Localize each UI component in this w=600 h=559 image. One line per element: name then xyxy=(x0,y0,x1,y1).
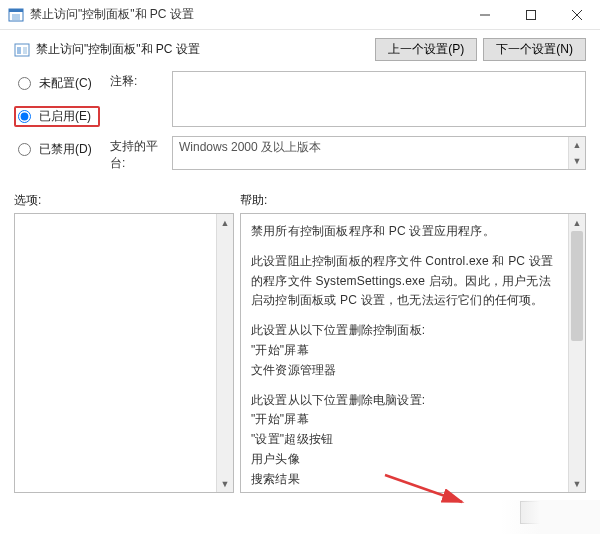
policy-header: 禁止访问"控制面板"和 PC 设置 上一个设置(P) 下一个设置(N) xyxy=(14,38,586,61)
radio-disabled[interactable]: 已禁用(D) xyxy=(14,139,100,160)
radio-disabled-input[interactable] xyxy=(18,143,31,156)
help-pane: 禁用所有控制面板程序和 PC 设置应用程序。 此设置阻止控制面板的程序文件 Co… xyxy=(240,213,586,493)
chevron-up-icon[interactable]: ▲ xyxy=(217,214,233,231)
chevron-up-icon[interactable]: ▲ xyxy=(569,214,585,231)
comment-label: 注释: xyxy=(110,71,172,90)
minimize-button[interactable] xyxy=(462,0,508,30)
svg-rect-4 xyxy=(17,47,21,54)
radio-enabled-label: 已启用(E) xyxy=(39,108,91,125)
chevron-down-icon[interactable]: ▼ xyxy=(569,475,585,492)
svg-rect-5 xyxy=(23,47,27,54)
radio-disabled-label: 已禁用(D) xyxy=(39,141,92,158)
svg-rect-1 xyxy=(9,9,23,12)
footer: 确定 xyxy=(0,493,600,534)
close-button[interactable] xyxy=(554,0,600,30)
help-scrollbar[interactable]: ▲ ▼ xyxy=(568,214,585,492)
policy-title: 禁止访问"控制面板"和 PC 设置 xyxy=(36,41,375,58)
blur-overlay xyxy=(500,500,600,534)
titlebar: 禁止访问"控制面板"和 PC 设置 xyxy=(0,0,600,30)
options-pane: ▲ ▼ xyxy=(14,213,234,493)
radio-enabled-input[interactable] xyxy=(18,110,31,123)
help-text: 禁用所有控制面板程序和 PC 设置应用程序。 此设置阻止控制面板的程序文件 Co… xyxy=(241,214,568,492)
radio-not-configured-input[interactable] xyxy=(18,77,31,90)
chevron-up-icon[interactable]: ▲ xyxy=(569,137,585,153)
options-scrollbar[interactable]: ▲ ▼ xyxy=(216,214,233,492)
comment-textarea[interactable] xyxy=(172,71,586,127)
supported-on-label: 支持的平台: xyxy=(110,136,172,172)
svg-rect-2 xyxy=(527,10,536,19)
scroll-thumb[interactable] xyxy=(571,231,583,341)
radio-not-configured-label: 未配置(C) xyxy=(39,75,92,92)
radio-enabled[interactable]: 已启用(E) xyxy=(14,106,100,127)
maximize-button[interactable] xyxy=(508,0,554,30)
app-icon xyxy=(8,7,24,23)
chevron-down-icon[interactable]: ▼ xyxy=(217,475,233,492)
chevron-down-icon[interactable]: ▼ xyxy=(569,153,585,169)
state-radio-group: 未配置(C) 已启用(E) 已禁用(D) xyxy=(14,71,100,178)
previous-setting-button[interactable]: 上一个设置(P) xyxy=(375,38,477,61)
window-title: 禁止访问"控制面板"和 PC 设置 xyxy=(30,6,462,23)
next-setting-button[interactable]: 下一个设置(N) xyxy=(483,38,586,61)
policy-icon xyxy=(14,42,30,58)
supported-on-box: Windows 2000 及以上版本 ▲ ▼ xyxy=(172,136,586,170)
supported-on-text: Windows 2000 及以上版本 xyxy=(173,137,568,169)
options-label: 选项: xyxy=(14,192,240,209)
radio-not-configured[interactable]: 未配置(C) xyxy=(14,73,100,94)
help-label: 帮助: xyxy=(240,192,586,209)
